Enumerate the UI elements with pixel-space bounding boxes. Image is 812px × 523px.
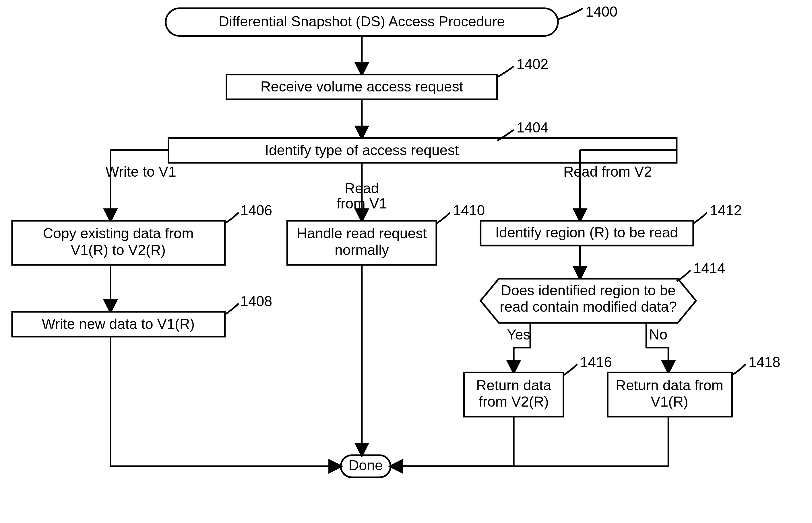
node-1418-l2: V1(R) (651, 394, 688, 410)
label-read-v1a: Read (345, 180, 379, 196)
node-1402-text: Receive volume access request (260, 78, 463, 95)
node-write-new: Write new data to V1(R) (12, 312, 225, 337)
ref-1400: 1400 (586, 4, 617, 20)
flowchart: Differential Snapshot (DS) Access Proced… (0, 0, 812, 513)
node-1416-l1: Return data (476, 377, 551, 393)
node-1414-l2: read contain modified data? (500, 299, 677, 315)
ref-1410: 1410 (453, 202, 485, 218)
ref-1414: 1414 (693, 260, 725, 276)
node-1412-text: Identify region (R) to be read (495, 224, 678, 240)
node-1414-l1: Does identified region to be (501, 283, 676, 299)
node-1404-text: Identify type of access request (265, 142, 459, 158)
ref-1406: 1406 (240, 202, 272, 218)
node-1416-l2: from V2(R) (479, 394, 549, 410)
node-1408-text: Write new data to V1(R) (41, 316, 195, 332)
node-copy-existing: Copy existing data from V1(R) to V2(R) (12, 221, 225, 265)
label-no: No (649, 327, 667, 343)
node-decision: Does identified region to be read contai… (481, 279, 696, 323)
label-read-v2: Read from V2 (564, 164, 652, 180)
label-write-v1: Write to V1 (106, 164, 176, 180)
node-1410-l1: Handle read request (297, 226, 427, 241)
node-1406-l2: V1(R) to V2(R) (71, 242, 166, 258)
node-return-v2: Return data from V2(R) (464, 373, 564, 417)
node-1406-l1: Copy existing data from (43, 226, 193, 241)
node-handle-read: Handle read request normally (287, 221, 436, 265)
ref-1418: 1418 (748, 354, 780, 370)
node-receive-request: Receive volume access request (226, 75, 497, 100)
node-start: Differential Snapshot (DS) Access Proced… (166, 8, 558, 36)
node-start-text: Differential Snapshot (DS) Access Proced… (219, 14, 505, 30)
node-identify-region: Identify region (R) to be read (481, 221, 693, 246)
node-done-text: Done (348, 457, 383, 473)
ref-1404: 1404 (516, 120, 548, 136)
node-done: Done (341, 455, 390, 477)
node-return-v1: Return data from V1(R) (608, 373, 732, 417)
node-1410-l2: normally (335, 242, 389, 258)
node-1418-l1: Return data from (616, 377, 723, 393)
ref-1412: 1412 (710, 202, 742, 218)
label-read-v1b: from V1 (337, 196, 387, 212)
label-yes: Yes (507, 327, 531, 343)
ref-1408: 1408 (240, 293, 272, 309)
ref-1402: 1402 (516, 56, 548, 72)
ref-1416: 1416 (580, 354, 612, 370)
